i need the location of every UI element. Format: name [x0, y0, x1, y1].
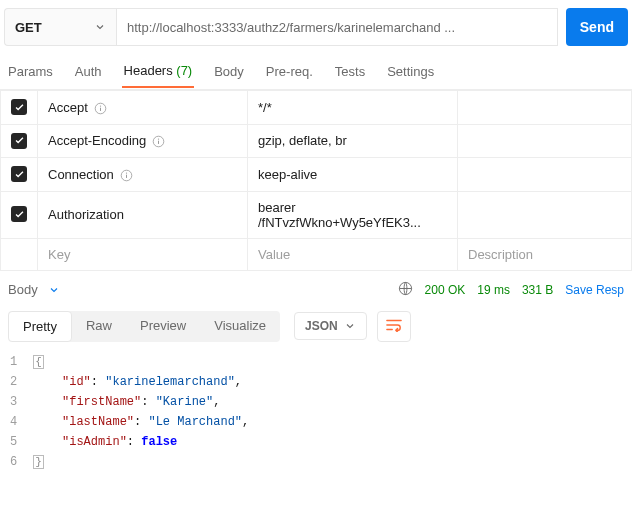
- header-description[interactable]: [458, 158, 632, 192]
- response-status-bar: Body 200 OK 19 ms 331 B Save Resp: [0, 271, 632, 305]
- header-row[interactable]: Authorization bearer /fNTvzfWkno+Wy5eYfE…: [1, 191, 632, 238]
- header-description[interactable]: [458, 124, 632, 158]
- header-value[interactable]: keep-alive: [248, 158, 458, 192]
- send-button[interactable]: Send: [566, 8, 628, 46]
- format-select[interactable]: JSON: [294, 312, 367, 340]
- info-icon: [120, 169, 133, 182]
- svg-rect-8: [126, 174, 127, 177]
- svg-rect-5: [158, 141, 159, 144]
- chevron-down-icon: [94, 21, 106, 33]
- view-tab-visualize[interactable]: Visualize: [200, 311, 280, 342]
- json-viewer[interactable]: 1 2 3 4 5 6 { "id": "karinelemarchand", …: [0, 352, 632, 472]
- chevron-down-icon: [344, 320, 356, 332]
- response-time: 19 ms: [477, 283, 510, 297]
- header-row[interactable]: Accept-Encoding gzip, deflate, br: [1, 124, 632, 158]
- tab-auth[interactable]: Auth: [73, 56, 104, 87]
- header-key: Authorization: [48, 207, 124, 222]
- view-tab-raw[interactable]: Raw: [72, 311, 126, 342]
- save-response-button[interactable]: Save Resp: [565, 283, 624, 297]
- header-key-placeholder[interactable]: Key: [38, 238, 248, 270]
- view-tabs: Pretty Raw Preview Visualize: [8, 311, 280, 342]
- tab-body[interactable]: Body: [212, 56, 246, 87]
- headers-table: Accept */* Accept-Encoding gzip, deflate…: [0, 90, 632, 271]
- svg-point-7: [126, 172, 127, 173]
- url-input[interactable]: http://localhost:3333/authz2/farmers/kar…: [116, 8, 558, 46]
- tab-tests[interactable]: Tests: [333, 56, 367, 87]
- chevron-down-icon[interactable]: [48, 284, 60, 296]
- header-value[interactable]: gzip, deflate, br: [248, 124, 458, 158]
- header-row-new[interactable]: Key Value Description: [1, 238, 632, 270]
- header-row[interactable]: Connection keep-alive: [1, 158, 632, 192]
- request-tabs: Params Auth Headers (7) Body Pre-req. Te…: [0, 54, 632, 90]
- svg-point-1: [100, 105, 101, 106]
- line-gutter: 1 2 3 4 5 6: [6, 352, 33, 472]
- http-method-select[interactable]: GET: [4, 8, 116, 46]
- tab-prereq[interactable]: Pre-req.: [264, 56, 315, 87]
- header-key: Accept-Encoding: [48, 133, 146, 148]
- info-icon: [152, 135, 165, 148]
- checkbox-icon[interactable]: [11, 133, 27, 149]
- wrap-lines-icon[interactable]: [377, 311, 411, 342]
- url-value: http://localhost:3333/authz2/farmers/kar…: [127, 20, 455, 35]
- response-size: 331 B: [522, 283, 553, 297]
- response-toolbar: Pretty Raw Preview Visualize JSON: [0, 305, 632, 352]
- svg-point-4: [158, 139, 159, 140]
- header-value[interactable]: */*: [248, 91, 458, 125]
- tab-params[interactable]: Params: [6, 56, 55, 87]
- checkbox-icon[interactable]: [11, 99, 27, 115]
- checkbox-icon[interactable]: [11, 166, 27, 182]
- response-body-label[interactable]: Body: [8, 282, 38, 297]
- header-desc-placeholder[interactable]: Description: [458, 238, 632, 270]
- tab-settings[interactable]: Settings: [385, 56, 436, 87]
- status-code: 200 OK: [425, 283, 466, 297]
- view-tab-pretty[interactable]: Pretty: [8, 311, 72, 342]
- code-lines: { "id": "karinelemarchand", "firstName":…: [33, 352, 632, 472]
- header-description[interactable]: [458, 191, 632, 238]
- http-method-value: GET: [15, 20, 42, 35]
- header-key: Connection: [48, 167, 114, 182]
- tab-headers[interactable]: Headers (7): [122, 55, 195, 88]
- view-tab-preview[interactable]: Preview: [126, 311, 200, 342]
- header-key: Accept: [48, 100, 88, 115]
- globe-icon[interactable]: [398, 281, 413, 299]
- header-value[interactable]: bearer /fNTvzfWkno+Wy5eYfEK3...: [248, 191, 458, 238]
- header-row[interactable]: Accept */*: [1, 91, 632, 125]
- header-description[interactable]: [458, 91, 632, 125]
- checkbox-icon[interactable]: [11, 206, 27, 222]
- header-value-placeholder[interactable]: Value: [248, 238, 458, 270]
- svg-rect-2: [100, 107, 101, 110]
- info-icon: [94, 102, 107, 115]
